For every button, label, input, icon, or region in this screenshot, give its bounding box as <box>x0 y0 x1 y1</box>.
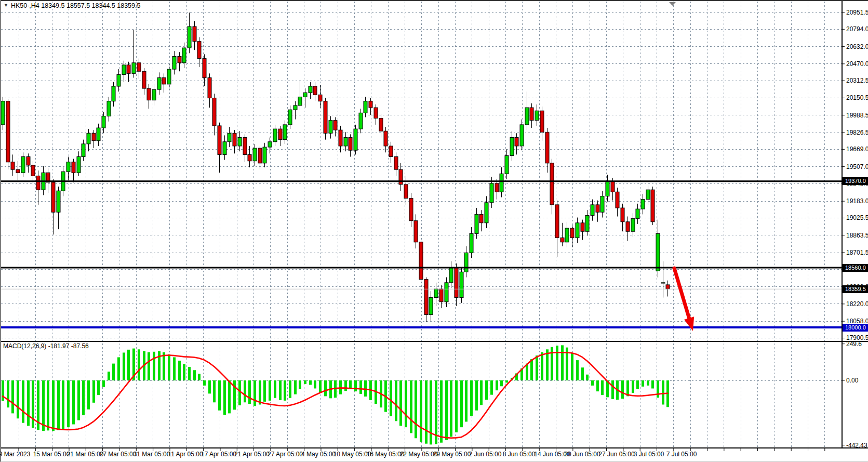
candle-body <box>389 146 393 157</box>
macd-bar <box>2 380 4 401</box>
price-tick-label: 19669.0 <box>846 146 868 153</box>
macd-bar <box>642 380 644 387</box>
candle-body <box>470 233 473 253</box>
macd-bar <box>102 380 105 387</box>
candle-body <box>394 157 398 170</box>
candle-body <box>1 101 5 125</box>
candle-body <box>555 205 559 238</box>
candle-body <box>333 121 337 130</box>
macd-bar <box>485 380 488 400</box>
macd-bar <box>17 380 19 418</box>
macd-bar <box>601 380 604 395</box>
price-tick-label: 19025.5 <box>846 214 868 221</box>
candle-body <box>540 111 544 132</box>
candle-body <box>82 144 85 157</box>
price-axis[interactable]: 20951.520794.020632.020470.020312.520150… <box>843 9 868 449</box>
candle-body <box>530 108 533 121</box>
candle-body <box>278 129 282 140</box>
candle-body <box>137 63 141 71</box>
macd-bar <box>480 380 483 405</box>
macd-bar <box>183 364 185 380</box>
candle-body <box>414 221 418 242</box>
candle-body <box>228 133 231 141</box>
candle-body <box>520 125 524 146</box>
candle-body <box>97 128 100 141</box>
macd-bar <box>541 352 543 380</box>
macd-bar <box>586 375 589 380</box>
candle-body <box>218 126 221 154</box>
price-tick-label: 20312.5 <box>846 77 868 84</box>
macd-bar <box>279 380 282 400</box>
candle-body <box>147 88 151 100</box>
candle-body <box>565 228 569 242</box>
macd-bar <box>460 380 463 427</box>
time-axis[interactable]: 9 Mar 202315 Mar 05:0021 Mar 05:0027 Mar… <box>0 448 825 458</box>
candle-body <box>157 78 161 90</box>
macd-bar <box>158 351 161 380</box>
macd-bar <box>636 380 639 389</box>
macd-bar <box>223 380 226 415</box>
time-tick-label: 17 Apr 05:00 <box>201 451 236 458</box>
candle-body <box>248 154 251 161</box>
time-tick-label: 27 Mar 05:00 <box>100 451 137 458</box>
candle-body <box>87 133 90 144</box>
candle-body <box>409 199 413 221</box>
candle-body <box>525 108 529 125</box>
candle-body <box>107 101 111 116</box>
candle-body <box>253 148 257 161</box>
macd-bar <box>410 380 412 433</box>
candle-body <box>112 86 115 101</box>
macd-bar <box>505 380 508 382</box>
macd-bar <box>82 380 85 415</box>
symbol-dropdown-icon[interactable]: ▼ <box>4 3 8 8</box>
candle-body <box>550 163 554 205</box>
macd-bar <box>253 380 256 406</box>
candle-body <box>359 113 363 129</box>
macd-bar <box>662 380 664 404</box>
macd-bar <box>218 380 221 411</box>
candle-body <box>162 78 166 84</box>
candle-body <box>92 133 96 140</box>
candle-body <box>505 155 509 174</box>
macd-bar <box>440 380 443 443</box>
time-tick-label: 3 Jul 05:00 <box>634 451 664 458</box>
macd-bar <box>399 380 402 426</box>
candle-body <box>172 56 176 69</box>
candle-body <box>560 238 564 242</box>
candle-body <box>31 165 35 176</box>
chart-shift-marker-icon[interactable] <box>669 2 676 6</box>
macd-bar <box>123 352 125 380</box>
candle-body <box>354 129 357 150</box>
candle-body <box>132 63 136 74</box>
price-chart-canvas[interactable]: 20951.520794.020632.020470.020312.520150… <box>0 0 868 462</box>
candle-body <box>384 131 388 146</box>
candle-body <box>193 27 196 42</box>
down-arrow-annotation[interactable] <box>674 268 694 331</box>
macd-histogram <box>2 345 669 444</box>
candle-body <box>424 280 428 315</box>
macd-bar <box>571 353 573 380</box>
macd-bar <box>228 380 231 413</box>
macd-tick-label: -442.43 <box>846 442 867 449</box>
macd-bar <box>496 380 498 390</box>
macd-bar <box>465 380 468 421</box>
candle-body <box>243 138 247 155</box>
macd-bar <box>632 380 634 393</box>
candle-body <box>585 215 589 231</box>
macd-bar <box>127 350 130 380</box>
candle-body <box>656 233 660 271</box>
time-tick-label: 10 May 05:00 <box>333 451 371 458</box>
macd-bar <box>112 364 115 380</box>
candle-body <box>212 98 216 126</box>
candle-body <box>651 190 655 222</box>
candle-body <box>293 105 297 110</box>
macd-bar <box>576 360 579 380</box>
macd-bar <box>32 380 34 428</box>
price-tick-label: 20632.0 <box>846 43 868 50</box>
macd-bar <box>289 380 291 398</box>
candle-body <box>57 191 60 212</box>
candle-body <box>122 65 126 74</box>
macd-bar <box>138 349 140 380</box>
candle-body <box>570 228 574 237</box>
macd-bar <box>178 361 181 380</box>
